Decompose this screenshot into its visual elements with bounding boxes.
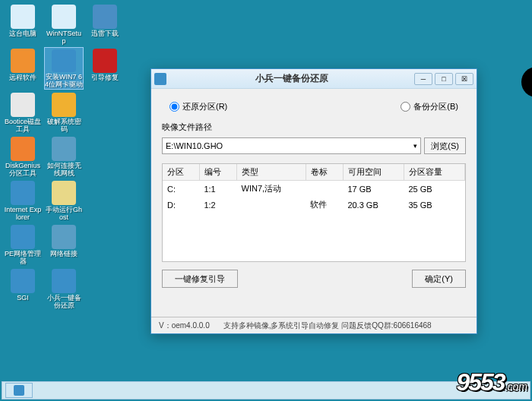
desktop-icon-label: Bootice磁盘工具 <box>4 118 42 134</box>
confirm-button[interactable]: 确定(Y) <box>412 270 466 288</box>
status-info-text: 支持多种镜像,多系统引导自动修复 问题反馈QQ群:606616468 <box>223 320 432 331</box>
taskbar-app-icon <box>14 385 24 396</box>
app-icon <box>52 93 76 117</box>
app-icon <box>11 137 35 161</box>
app-icon <box>11 49 35 73</box>
desktop-icon-label: 引导修复 <box>91 74 119 82</box>
desktop-icon-DiskGenius分区工具[interactable]: DiskGenius分区工具 <box>3 135 43 178</box>
desktop-icon-label: 破解系统密码 <box>45 118 83 134</box>
desktop-icon-label: 如何连接无线网线 <box>45 163 83 178</box>
desktop-icon-远程软件[interactable]: 远程软件 <box>3 47 43 90</box>
table-row[interactable]: C:1:1WIN7,活动17 GB25 GB <box>163 181 465 197</box>
restore-partition-radio[interactable]: 还原分区(R) <box>169 101 227 112</box>
table-row[interactable]: D:1:2软件20.3 GB35 GB <box>163 197 465 213</box>
desktop-icon-WinNTSetup[interactable]: WinNTSetup <box>44 3 84 46</box>
desktop-icon-引导修复[interactable]: 引导修复 <box>85 47 125 90</box>
taskbar-app-item[interactable] <box>5 383 33 398</box>
app-icon <box>93 49 117 73</box>
desktop-icon-Bootice磁盘工具[interactable]: Bootice磁盘工具 <box>3 91 43 134</box>
repair-boot-button[interactable]: 一键修复引导 <box>162 270 238 288</box>
app-icon <box>11 181 35 205</box>
restore-radio-input[interactable] <box>169 102 179 112</box>
table-header[interactable]: 类型 <box>237 164 306 181</box>
window-title: 小兵一键备份还原 <box>171 72 412 85</box>
desktop-icon-手动运行Ghost[interactable]: 手动运行Ghost <box>44 179 84 222</box>
desktop-icon-label: Internet Explorer <box>4 207 42 222</box>
backup-partition-radio[interactable]: 备份分区(B) <box>401 101 458 112</box>
app-icon <box>11 5 35 29</box>
app-icon <box>52 5 76 29</box>
desktop-icon-Internet Explorer[interactable]: Internet Explorer <box>3 179 43 222</box>
desktop-icon-label: WinNTSetup <box>45 30 83 46</box>
desktop-icon-安装WIN7 64位网卡驱动[interactable]: 安装WIN7 64位网卡驱动 <box>44 47 84 90</box>
app-window: 小兵一键备份还原 ─ □ ☒ 还原分区(R) 备份分区(B) 映像文件路径 E:… <box>150 68 477 334</box>
app-icon <box>11 269 35 293</box>
taskbar[interactable] <box>2 381 530 399</box>
desktop-icon-label: SGI <box>17 295 29 302</box>
desktop-icon-label: 安装WIN7 64位网卡驱动 <box>45 74 83 89</box>
desktop-icon-破解系统密码[interactable]: 破解系统密码 <box>44 91 84 134</box>
titlebar[interactable]: 小兵一键备份还原 ─ □ ☒ <box>151 69 477 89</box>
backup-radio-input[interactable] <box>401 102 410 112</box>
table-header[interactable]: 编号 <box>199 164 236 181</box>
app-icon <box>154 73 166 85</box>
app-icon <box>52 225 76 249</box>
minimize-button[interactable]: ─ <box>414 73 432 85</box>
desktop-icon-label: 小兵一键备份还原 <box>45 295 83 310</box>
desktop-icon-PE网络管理器[interactable]: PE网络管理器 <box>3 223 43 266</box>
desktop-icon-label: 这台电脑 <box>9 30 36 38</box>
app-icon <box>11 93 35 117</box>
desktop-icon-小兵一键备份还原[interactable]: 小兵一键备份还原 <box>44 267 84 310</box>
table-header[interactable]: 卷标 <box>306 164 343 181</box>
image-path-label: 映像文件路径 <box>162 122 466 133</box>
table-header[interactable]: 分区 <box>163 164 199 181</box>
chevron-down-icon: ▾ <box>413 142 417 150</box>
desktop-icon-如何连接无线网线[interactable]: 如何连接无线网线 <box>44 135 84 178</box>
app-icon <box>52 181 76 205</box>
desktop-icon-SGI[interactable]: SGI <box>3 267 43 310</box>
partition-table: 分区编号类型卷标可用空间分区容量 C:1:1WIN7,活动17 GB25 GBD… <box>162 163 466 262</box>
table-header[interactable]: 分区容量 <box>404 164 464 181</box>
app-icon <box>52 137 76 161</box>
desktop-icon-label: PE网络管理器 <box>4 251 42 266</box>
app-icon <box>52 49 76 72</box>
desktop-icon-label: 网络链接 <box>50 251 78 258</box>
desktop-icon-label: DiskGenius分区工具 <box>4 163 42 178</box>
app-icon <box>93 5 117 29</box>
maximize-button[interactable]: □ <box>435 73 453 85</box>
browse-button[interactable]: 浏览(S) <box>424 137 466 154</box>
image-path-select[interactable]: E:\WIN10.GHO ▾ <box>162 137 421 154</box>
close-button[interactable]: ☒ <box>455 73 473 85</box>
desktop-icon-label: 迅雷下载 <box>91 30 119 38</box>
version-text: V：oem4.0.0.0 <box>159 320 210 331</box>
app-icon <box>52 269 76 293</box>
watermark: 9553.com <box>456 368 527 396</box>
table-header[interactable]: 可用空间 <box>343 164 404 181</box>
desktop-icon-这台电脑[interactable]: 这台电脑 <box>3 3 43 46</box>
decorative-circle <box>521 67 532 97</box>
statusbar: V：oem4.0.0.0 支持多种镜像,多系统引导自动修复 问题反馈QQ群:60… <box>151 317 477 333</box>
desktop-icon-label: 远程软件 <box>9 74 36 82</box>
app-icon <box>11 225 35 249</box>
desktop-icon-网络链接[interactable]: 网络链接 <box>44 223 84 266</box>
desktop-icon-label: 手动运行Ghost <box>45 207 83 222</box>
desktop-icon-迅雷下载[interactable]: 迅雷下载 <box>85 3 125 46</box>
